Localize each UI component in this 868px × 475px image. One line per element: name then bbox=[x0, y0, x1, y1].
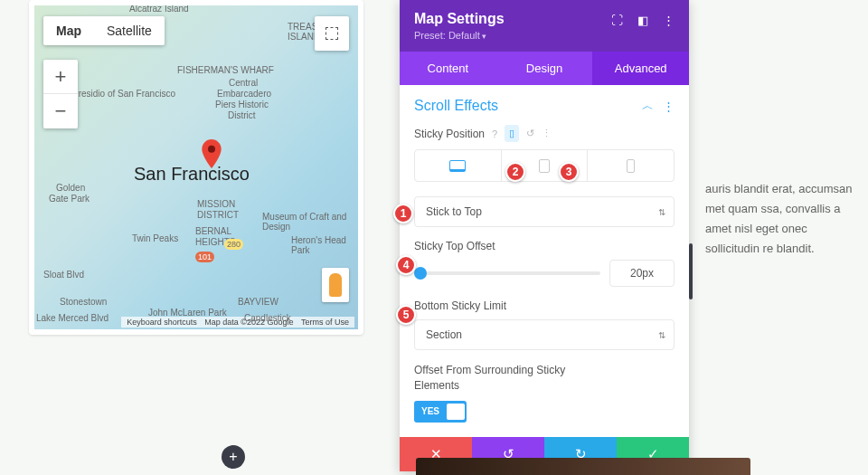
map-module: Map Satellite + − Alcatraz Island TREASU… bbox=[29, 0, 363, 335]
poi-embarcadero2: Embarcadero bbox=[217, 89, 271, 99]
poi-presidio: Presidio of San Francisco bbox=[72, 89, 175, 99]
sticky-position-label: Sticky Position bbox=[414, 128, 485, 140]
desktop-icon bbox=[449, 160, 466, 172]
attr-keyboard[interactable]: Keyboard shortcuts bbox=[127, 318, 197, 327]
panel-title: Map Settings bbox=[414, 11, 505, 27]
slider-thumb[interactable] bbox=[414, 267, 427, 280]
sticky-offset-slider[interactable] bbox=[414, 271, 600, 275]
callout-1: 1 bbox=[393, 204, 413, 223]
poi-mclaren: John McLaren Park bbox=[148, 308, 227, 318]
sticky-top-offset-label: Sticky Top Offset bbox=[414, 240, 675, 252]
poi-fisherman: FISHERMAN'S WHARF bbox=[177, 65, 274, 75]
poi-sloat: Sloat Blvd bbox=[43, 270, 84, 280]
bottom-limit-select[interactable]: Section bbox=[414, 319, 675, 350]
poi-alcatraz: Alcatraz Island bbox=[129, 5, 189, 14]
device-selector bbox=[414, 149, 675, 182]
poi-lake: Lake Merced Blvd bbox=[36, 313, 108, 323]
bottom-limit-value: Section bbox=[426, 328, 462, 341]
map-type-satellite[interactable]: Satellite bbox=[94, 16, 165, 45]
poi-route101: 101 bbox=[195, 252, 214, 262]
phone-icon bbox=[627, 159, 635, 173]
map-type-switch: Map Satellite bbox=[43, 16, 165, 45]
poi-embarcadero1: Central bbox=[229, 78, 258, 88]
zoom-controls: + − bbox=[43, 60, 78, 128]
panel-body: Scroll Effects ︿ ⋮ Sticky Position ? ▯ ↺… bbox=[400, 85, 689, 437]
settings-panel: Map Settings Preset: Default ⛶ ◧ ⋮ Conte… bbox=[400, 0, 689, 471]
callout-3: 3 bbox=[559, 162, 579, 182]
poi-candle: Candlestick bbox=[244, 313, 291, 323]
poi-museum: Museum of Craft and Design bbox=[262, 212, 358, 232]
phone-hover-icon[interactable]: ▯ bbox=[505, 125, 519, 142]
scroll-indicator[interactable] bbox=[689, 243, 693, 299]
poi-piers2: District bbox=[228, 110, 256, 120]
map-type-map[interactable]: Map bbox=[43, 16, 94, 45]
collapse-icon[interactable]: ︿ bbox=[642, 98, 654, 114]
poi-stonestown: Stonestown bbox=[60, 297, 107, 307]
offset-surrounding-label: Offset From Surrounding Sticky Elements bbox=[414, 363, 568, 394]
help-icon[interactable]: ? bbox=[492, 128, 497, 139]
map-canvas[interactable]: Map Satellite + − Alcatraz Island TREASU… bbox=[34, 5, 358, 329]
image-module bbox=[416, 458, 750, 475]
option-menu-icon[interactable]: ⋮ bbox=[542, 128, 552, 139]
map-attribution: Keyboard shortcuts Map data ©2022 Google… bbox=[121, 317, 354, 328]
menu-icon[interactable]: ⋮ bbox=[663, 14, 675, 27]
tab-advanced[interactable]: Advanced bbox=[592, 52, 689, 85]
poi-route280: 280 bbox=[224, 239, 243, 250]
poi-bayview: BAYVIEW bbox=[238, 297, 278, 307]
device-phone[interactable] bbox=[588, 150, 674, 181]
panel-header: Map Settings Preset: Default ⛶ ◧ ⋮ bbox=[400, 0, 689, 52]
toggle-knob bbox=[447, 404, 465, 420]
poi-bernal1: BERNAL bbox=[195, 226, 231, 236]
section-title[interactable]: Scroll Effects bbox=[414, 98, 498, 114]
city-label: San Francisco bbox=[134, 164, 250, 185]
attr-terms[interactable]: Terms of Use bbox=[301, 318, 349, 327]
pegman-icon bbox=[329, 273, 342, 297]
tab-design[interactable]: Design bbox=[496, 52, 593, 85]
section-menu-icon[interactable]: ⋮ bbox=[663, 100, 675, 113]
stick-to-select[interactable]: Stick to Top bbox=[414, 196, 675, 227]
expand-icon[interactable]: ⛶ bbox=[611, 14, 623, 27]
fullscreen-icon bbox=[326, 27, 338, 40]
panel-preset[interactable]: Preset: Default bbox=[414, 30, 505, 41]
zoom-out-button[interactable]: − bbox=[43, 94, 78, 128]
snap-icon[interactable]: ◧ bbox=[637, 14, 648, 27]
poi-golden1: Golden bbox=[56, 183, 85, 193]
stick-to-value: Stick to Top bbox=[426, 205, 482, 218]
offset-surrounding-toggle[interactable]: YES bbox=[414, 401, 467, 423]
reset-icon[interactable]: ↺ bbox=[526, 128, 534, 139]
add-module-button[interactable]: + bbox=[222, 445, 245, 469]
sticky-offset-value[interactable]: 20px bbox=[609, 260, 675, 287]
callout-2: 2 bbox=[505, 162, 525, 182]
lorem-text: auris blandit erat, accumsan met quam ss… bbox=[705, 179, 859, 259]
poi-twin: Twin Peaks bbox=[132, 233, 178, 243]
zoom-in-button[interactable]: + bbox=[43, 60, 78, 94]
svg-point-0 bbox=[208, 146, 215, 153]
device-desktop[interactable] bbox=[415, 150, 502, 181]
poi-mission2: DISTRICT bbox=[197, 210, 239, 220]
panel-tabs: Content Design Advanced bbox=[400, 52, 689, 85]
bottom-limit-label: Bottom Sticky Limit bbox=[414, 299, 675, 312]
fullscreen-button[interactable] bbox=[315, 16, 349, 51]
callout-5: 5 bbox=[396, 305, 416, 325]
pegman-button[interactable] bbox=[322, 268, 349, 302]
poi-golden2: Gate Park bbox=[49, 194, 90, 204]
poi-mission1: MISSION bbox=[197, 199, 235, 209]
callout-4: 4 bbox=[396, 255, 416, 275]
tab-content[interactable]: Content bbox=[400, 52, 496, 85]
tablet-icon bbox=[539, 159, 550, 173]
poi-piers1: Piers Historic bbox=[215, 100, 269, 109]
toggle-yes-label: YES bbox=[416, 406, 445, 416]
poi-heron: Heron's Head Park bbox=[291, 235, 358, 255]
